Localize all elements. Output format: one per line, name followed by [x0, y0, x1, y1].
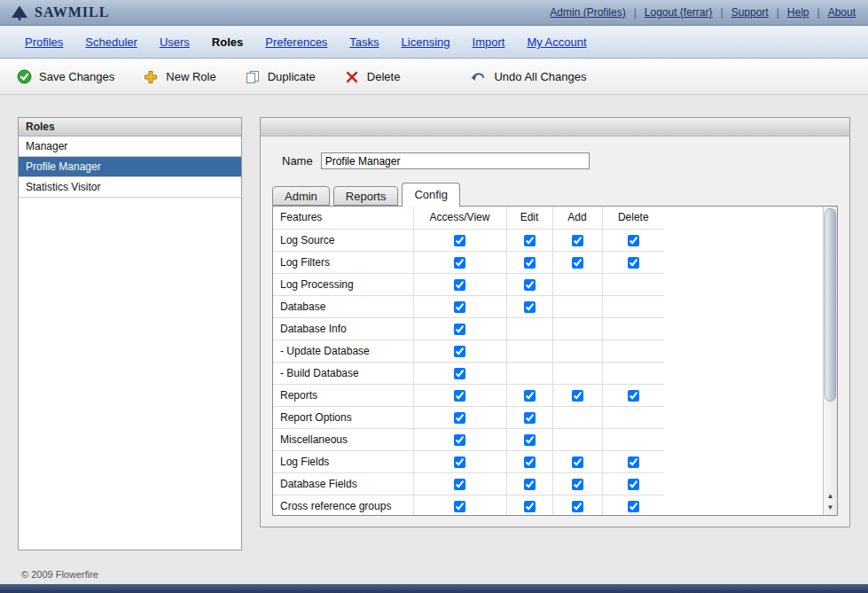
empty-cell: [602, 273, 664, 295]
header-link-help[interactable]: Help: [787, 6, 809, 19]
link-separator: |: [721, 6, 723, 19]
checkbox-cell: [552, 384, 602, 406]
tree-logo-icon: [9, 4, 30, 20]
checkbox-cell: [506, 428, 552, 450]
name-row: Name: [282, 152, 590, 169]
checkbox-access-miscellaneous[interactable]: [454, 434, 465, 446]
checkbox-edit-reports[interactable]: [524, 390, 536, 402]
checkbox-access-log-processing[interactable]: [454, 279, 465, 291]
feature-name: Database Fields: [273, 472, 413, 495]
checkbox-edit-database-fields[interactable]: [524, 479, 536, 490]
scroll-down-button[interactable]: ▼: [824, 502, 837, 514]
nav-item-users[interactable]: Users: [160, 35, 190, 49]
nav-item-licensing[interactable]: Licensing: [402, 35, 450, 49]
checkbox-add-log-filters[interactable]: [572, 257, 583, 269]
checkbox-add-cross-reference-groups[interactable]: [572, 501, 583, 512]
checkbox-cell: [506, 384, 552, 406]
empty-cell: [552, 406, 602, 428]
header-link-about[interactable]: About: [828, 6, 856, 19]
checkbox-edit-report-options[interactable]: [524, 412, 536, 424]
undo-all-changes-button[interactable]: Undo All Changes: [471, 69, 586, 84]
checkbox-cell: [413, 472, 506, 495]
checkbox-access-database-info[interactable]: [454, 324, 465, 335]
checkbox-access-log-source[interactable]: [454, 235, 465, 246]
nav-item-preferences[interactable]: Preferences: [265, 35, 327, 49]
page: SAWMILL Admin (Profiles)|Logout {ferrar}…: [0, 0, 868, 593]
column-header-add: Add: [552, 207, 602, 229]
checkbox-delete-cross-reference-groups[interactable]: [628, 501, 639, 512]
checkbox-access-update-database[interactable]: [454, 346, 465, 357]
checkbox-cell: [552, 450, 602, 472]
checkbox-cell: [602, 495, 664, 516]
checkbox-access-report-options[interactable]: [454, 412, 465, 424]
column-header-access-view: Access/View: [413, 207, 506, 229]
table-row: Log Filters: [273, 251, 664, 273]
editor-tabs: AdminReportsConfig: [272, 183, 464, 206]
header-link-admin-profiles[interactable]: Admin (Profiles): [550, 6, 625, 19]
scrollbar-thumb[interactable]: [825, 208, 836, 402]
nav-item-my-account[interactable]: My Account: [527, 35, 586, 49]
checkbox-add-log-source[interactable]: [572, 235, 583, 246]
checkbox-delete-log-source[interactable]: [628, 235, 639, 246]
sawmill-logo[interactable]: SAWMILL: [9, 4, 109, 20]
checkbox-cell: [413, 428, 506, 450]
checkbox-access-database[interactable]: [454, 301, 465, 313]
save-changes-button[interactable]: Save Changes: [16, 69, 114, 84]
toolbar-button-label: Delete: [367, 70, 401, 83]
role-item-statistics-visitor[interactable]: Statistics Visitor: [19, 177, 241, 198]
checkbox-cell: [413, 450, 506, 472]
checkbox-edit-log-source[interactable]: [524, 235, 536, 246]
checkbox-access-reports[interactable]: [454, 390, 465, 402]
nav-item-roles[interactable]: Roles: [212, 35, 243, 49]
empty-cell: [552, 428, 602, 450]
checkbox-access-log-fields[interactable]: [454, 456, 465, 468]
scrollbar-track[interactable]: ▲ ▼: [823, 207, 837, 515]
checkbox-cell: [506, 472, 552, 495]
nav-item-tasks[interactable]: Tasks: [349, 35, 379, 49]
checkbox-add-reports[interactable]: [572, 390, 583, 402]
checkbox-delete-reports[interactable]: [628, 390, 639, 402]
copy-icon: [245, 69, 261, 84]
toolbar-button-label: Save Changes: [39, 70, 114, 83]
table-row: Report Options: [273, 406, 664, 428]
role-name-input[interactable]: [321, 152, 590, 169]
nav-item-scheduler[interactable]: Scheduler: [85, 35, 137, 49]
role-item-manager[interactable]: Manager: [19, 137, 241, 157]
checkbox-add-database-fields[interactable]: [572, 479, 583, 490]
checkbox-access-build-database[interactable]: [454, 368, 465, 379]
role-item-profile-manager[interactable]: Profile Manager: [19, 157, 241, 177]
table-row: Database: [273, 295, 664, 317]
checkbox-access-cross-reference-groups[interactable]: [454, 501, 465, 512]
table-row: Database Info: [273, 317, 664, 339]
table-head: FeaturesAccess/ViewEditAddDelete: [273, 207, 664, 229]
link-separator: |: [634, 6, 637, 19]
delete-button[interactable]: Delete: [344, 69, 401, 84]
editor-header-bar: [261, 118, 849, 137]
checkbox-edit-miscellaneous[interactable]: [524, 434, 536, 446]
checkbox-edit-cross-reference-groups[interactable]: [524, 501, 536, 512]
checkbox-cell: [506, 495, 552, 516]
checkbox-edit-log-processing[interactable]: [524, 279, 536, 291]
empty-cell: [602, 362, 664, 384]
checkbox-access-log-filters[interactable]: [454, 257, 465, 269]
header-link-logout-ferrar[interactable]: Logout {ferrar}: [645, 6, 713, 19]
duplicate-button[interactable]: Duplicate: [245, 69, 316, 84]
header-link-support[interactable]: Support: [731, 6, 769, 19]
checkbox-delete-log-fields[interactable]: [628, 456, 639, 468]
nav-item-import[interactable]: Import: [473, 35, 505, 49]
scroll-up-button[interactable]: ▲: [824, 490, 837, 503]
nav-item-profiles[interactable]: Profiles: [25, 35, 63, 49]
checkbox-access-database-fields[interactable]: [454, 479, 465, 490]
checkbox-add-log-fields[interactable]: [572, 456, 583, 468]
checkbox-edit-database[interactable]: [524, 301, 536, 313]
checkbox-delete-database-fields[interactable]: [628, 479, 639, 490]
tab-reports[interactable]: Reports: [333, 186, 399, 206]
permissions-table-container: FeaturesAccess/ViewEditAddDelete Log Sou…: [272, 206, 838, 516]
tab-config[interactable]: Config: [402, 183, 460, 207]
checkbox-edit-log-filters[interactable]: [524, 257, 536, 269]
checkbox-edit-log-fields[interactable]: [524, 456, 536, 468]
tab-admin[interactable]: Admin: [272, 186, 330, 206]
checkbox-delete-log-filters[interactable]: [628, 257, 639, 269]
table-row: Log Processing: [273, 273, 664, 295]
new-role-button[interactable]: New Role: [143, 69, 215, 84]
